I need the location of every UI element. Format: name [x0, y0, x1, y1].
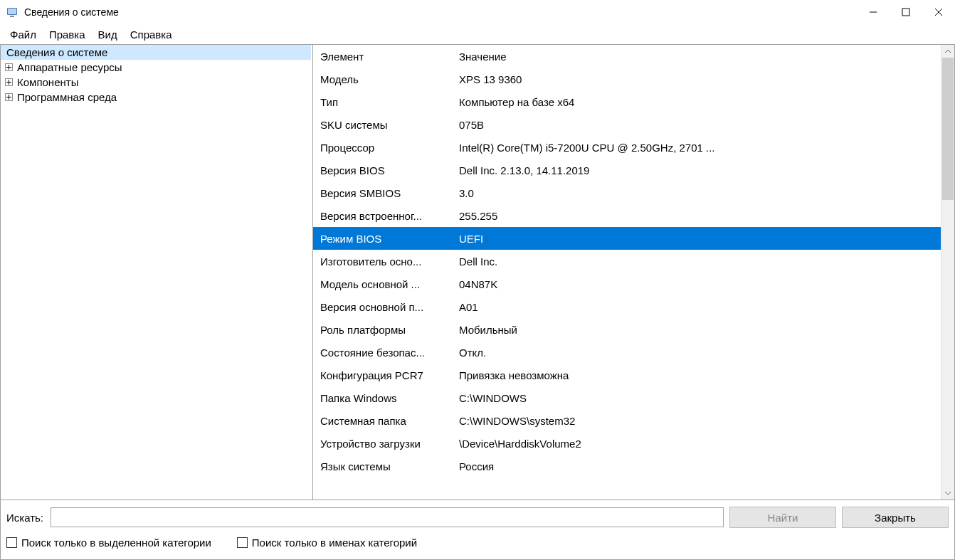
scroll-down-icon[interactable] [941, 487, 954, 500]
cell-value: XPS 13 9360 [459, 73, 941, 85]
checkbox-label: Поиск только в выделенной категории [21, 537, 211, 549]
cell-element: Версия BIOS [320, 164, 459, 176]
search-input[interactable] [51, 507, 724, 527]
cell-element: Версия встроенног... [320, 210, 459, 222]
list-row[interactable]: Версия встроенног...255.255 [313, 204, 941, 227]
menu-file[interactable]: Файл [4, 26, 42, 43]
list-row[interactable]: Версия основной п...A01 [313, 295, 941, 318]
cell-value: Откл. [459, 347, 941, 359]
window-title: Сведения о системе [24, 6, 119, 18]
cell-value: 255.255 [459, 210, 941, 222]
scroll-up-icon[interactable] [941, 45, 954, 58]
list-row[interactable]: Изготовитель осно...Dell Inc. [313, 250, 941, 273]
cell-element: Конфигурация PCR7 [320, 369, 459, 381]
tree-item-label: Программная среда [17, 91, 117, 103]
system-info-window: Сведения о системе Файл Правка Вид Справ… [0, 0, 955, 560]
tree-item[interactable]: Компоненты [1, 75, 312, 90]
cell-element: Режим BIOS [320, 233, 459, 245]
cell-element: Папка Windows [320, 392, 459, 404]
cell-element: Устройство загрузки [320, 438, 459, 450]
expand-icon[interactable] [5, 93, 13, 101]
cell-element: Роль платформы [320, 324, 459, 336]
tree-item[interactable]: Аппаратные ресурсы [1, 60, 312, 75]
cell-value: Dell Inc. 2.13.0, 14.11.2019 [459, 164, 941, 176]
cell-value: Мобильный [459, 324, 941, 336]
cell-value: 075B [459, 119, 941, 131]
close-button[interactable] [922, 0, 955, 24]
cell-element: Язык системы [320, 460, 459, 472]
cell-element: Системная папка [320, 415, 459, 427]
cell-value: A01 [459, 301, 941, 313]
tree-item-label: Аппаратные ресурсы [17, 61, 122, 73]
expand-icon[interactable] [5, 78, 13, 86]
list-row[interactable]: Роль платформыМобильный [313, 318, 941, 341]
search-panel: Искать: Найти Закрыть Поиск только в выд… [0, 500, 955, 560]
menu-edit[interactable]: Правка [43, 26, 91, 43]
cell-value: UEFI [459, 233, 941, 245]
header-value[interactable]: Значение [459, 51, 941, 63]
cell-element: Модель основной ... [320, 278, 459, 290]
cell-element: SKU системы [320, 119, 459, 131]
minimize-button[interactable] [857, 0, 890, 24]
checkbox-category-names[interactable]: Поиск только в именах категорий [237, 537, 417, 549]
menu-help[interactable]: Справка [125, 26, 178, 43]
cell-element: Состояние безопас... [320, 347, 459, 359]
cell-element: Процессор [320, 142, 459, 154]
menubar: Файл Правка Вид Справка [0, 24, 955, 44]
cell-element: Изготовитель осно... [320, 255, 459, 268]
search-label: Искать: [6, 512, 43, 524]
vertical-scrollbar[interactable] [941, 45, 954, 500]
list-row[interactable]: Состояние безопас...Откл. [313, 341, 941, 364]
cell-element: Тип [320, 96, 459, 108]
close-search-button[interactable]: Закрыть [842, 507, 949, 528]
scroll-thumb[interactable] [942, 58, 954, 200]
svg-rect-4 [902, 9, 909, 16]
svg-rect-1 [8, 9, 16, 14]
list-row[interactable]: Версия SMBIOS3.0 [313, 181, 941, 204]
list-row[interactable]: МодельXPS 13 9360 [313, 68, 941, 90]
cell-value: Привязка невозможна [459, 369, 941, 381]
checkbox-selected-category[interactable]: Поиск только в выделенной категории [6, 537, 211, 549]
cell-element: Версия основной п... [320, 301, 459, 313]
list-row[interactable]: ПроцессорIntel(R) Core(TM) i5-7200U CPU … [313, 136, 941, 159]
svg-rect-2 [10, 16, 14, 17]
cell-value: \Device\HarddiskVolume2 [459, 438, 941, 450]
cell-value: 04N87K [459, 278, 941, 290]
cell-value: Компьютер на базе x64 [459, 96, 941, 108]
list-row[interactable]: ТипКомпьютер на базе x64 [313, 90, 941, 113]
expand-icon[interactable] [5, 63, 13, 71]
content-area: Сведения о системе Аппаратные ресурсыКом… [0, 44, 955, 500]
cell-value: Intel(R) Core(TM) i5-7200U CPU @ 2.50GHz… [459, 142, 941, 154]
details-list[interactable]: Элемент Значение МодельXPS 13 9360ТипКом… [313, 45, 955, 500]
list-row[interactable]: Системная папкаC:\WINDOWS\system32 [313, 409, 941, 432]
cell-value: 3.0 [459, 187, 941, 199]
tree-item-label: Компоненты [17, 76, 78, 88]
checkbox-icon[interactable] [6, 537, 17, 548]
cell-value: C:\WINDOWS [459, 392, 941, 404]
cell-element: Версия SMBIOS [320, 187, 459, 199]
checkbox-icon[interactable] [237, 537, 248, 548]
header-element[interactable]: Элемент [320, 51, 459, 63]
cell-value: C:\WINDOWS\system32 [459, 415, 941, 427]
list-row[interactable]: Папка WindowsC:\WINDOWS [313, 386, 941, 409]
category-tree[interactable]: Сведения о системе Аппаратные ресурсыКом… [0, 45, 313, 500]
tree-root[interactable]: Сведения о системе [1, 45, 311, 60]
list-row[interactable]: Язык системыРоссия [313, 455, 941, 477]
app-icon [6, 6, 19, 19]
titlebar[interactable]: Сведения о системе [0, 0, 955, 24]
cell-element: Модель [320, 73, 459, 85]
cell-value: Dell Inc. [459, 255, 941, 268]
tree-item[interactable]: Программная среда [1, 90, 312, 105]
column-header[interactable]: Элемент Значение [313, 45, 941, 68]
menu-view[interactable]: Вид [93, 26, 123, 43]
maximize-button[interactable] [890, 0, 922, 24]
list-row[interactable]: Конфигурация PCR7Привязка невозможна [313, 364, 941, 386]
list-row[interactable]: SKU системы075B [313, 113, 941, 136]
list-row[interactable]: Версия BIOSDell Inc. 2.13.0, 14.11.2019 [313, 159, 941, 181]
find-button[interactable]: Найти [729, 507, 836, 528]
list-row[interactable]: Устройство загрузки\Device\HarddiskVolum… [313, 432, 941, 455]
cell-value: Россия [459, 460, 941, 472]
list-row[interactable]: Режим BIOSUEFI [313, 227, 941, 250]
list-row[interactable]: Модель основной ...04N87K [313, 273, 941, 295]
checkbox-label: Поиск только в именах категорий [252, 537, 417, 549]
